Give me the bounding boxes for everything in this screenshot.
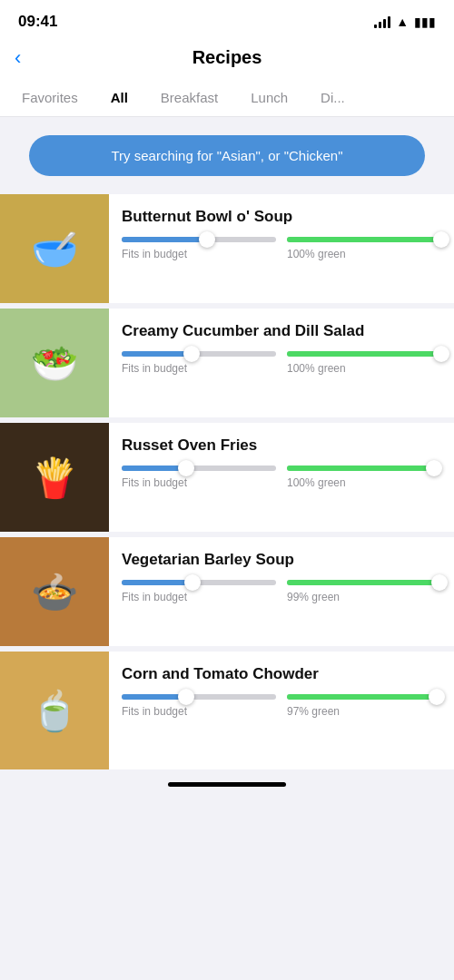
budget-slider bbox=[122, 351, 276, 357]
recipe-title: Vegetarian Barley Soup bbox=[122, 550, 441, 569]
budget-slider bbox=[122, 237, 276, 242]
separator bbox=[0, 419, 454, 421]
budget-slider-thumb[interactable] bbox=[184, 574, 201, 591]
recipe-labels: Fits in budget 100% green bbox=[122, 248, 441, 260]
recipe-sliders bbox=[122, 464, 441, 471]
recipe-card[interactable]: 🍵 Corn and Tomato Chowder Fits in budget bbox=[0, 652, 454, 769]
tab-favorites[interactable]: Favorites bbox=[7, 79, 93, 116]
signal-icon bbox=[374, 15, 390, 28]
green-slider bbox=[287, 580, 441, 585]
tab-bar: Favorites All Breakfast Lunch Di... bbox=[0, 79, 454, 117]
recipe-content: Vegetarian Barley Soup Fits in budget 99… bbox=[109, 537, 454, 646]
recipe-card[interactable]: 🍲 Vegetarian Barley Soup Fits in budget … bbox=[0, 537, 454, 646]
recipe-image: 🥗 bbox=[0, 309, 109, 417]
recipe-sliders bbox=[122, 349, 441, 357]
recipe-labels: Fits in budget 100% green bbox=[122, 476, 441, 489]
budget-slider-thumb[interactable] bbox=[178, 689, 194, 705]
status-bar: 09:41 ▲ ▮▮▮ bbox=[0, 0, 454, 40]
green-label: 100% green bbox=[287, 362, 441, 375]
budget-slider-fill bbox=[122, 237, 207, 242]
recipe-content: Creamy Cucumber and Dill Salad Fits in b… bbox=[109, 309, 454, 417]
green-label: 99% green bbox=[287, 591, 441, 603]
status-time: 09:41 bbox=[18, 13, 57, 31]
green-slider-thumb[interactable] bbox=[433, 346, 449, 362]
recipe-sliders bbox=[122, 578, 441, 585]
page-title: Recipes bbox=[192, 47, 262, 68]
wifi-icon: ▲ bbox=[396, 15, 409, 29]
recipe-card[interactable]: 🥣 Butternut Bowl o' Soup Fits in budget … bbox=[0, 194, 454, 303]
recipe-sliders bbox=[122, 692, 441, 700]
green-slider-fill bbox=[287, 351, 441, 357]
nav-bar: ‹ Recipes bbox=[0, 40, 454, 79]
recipe-labels: Fits in budget 99% green bbox=[122, 591, 441, 603]
recipe-sliders bbox=[122, 235, 441, 242]
recipe-image: 🍟 bbox=[0, 423, 109, 532]
recipe-title: Corn and Tomato Chowder bbox=[122, 664, 441, 683]
budget-slider-thumb[interactable] bbox=[183, 346, 200, 362]
tab-dinner[interactable]: Di... bbox=[306, 79, 360, 116]
green-label: 97% green bbox=[287, 705, 441, 718]
green-slider-fill bbox=[287, 466, 434, 471]
recipe-labels: Fits in budget 100% green bbox=[122, 362, 441, 375]
budget-slider-fill bbox=[122, 351, 192, 357]
budget-slider bbox=[122, 694, 276, 700]
search-banner-wrapper: Try searching for "Asian", or "Chicken" bbox=[0, 117, 454, 194]
recipe-image: 🥣 bbox=[0, 194, 109, 303]
green-slider bbox=[287, 351, 441, 357]
tab-row: Favorites All Breakfast Lunch Di... bbox=[0, 79, 454, 116]
tab-lunch[interactable]: Lunch bbox=[236, 79, 302, 116]
recipe-content: Corn and Tomato Chowder Fits in budget 9… bbox=[109, 652, 454, 769]
battery-icon: ▮▮▮ bbox=[414, 15, 436, 29]
recipe-labels: Fits in budget 97% green bbox=[122, 705, 441, 718]
budget-label: Fits in budget bbox=[122, 248, 276, 260]
budget-label: Fits in budget bbox=[122, 705, 276, 718]
budget-slider bbox=[122, 580, 276, 585]
search-banner[interactable]: Try searching for "Asian", or "Chicken" bbox=[29, 135, 425, 176]
budget-slider bbox=[122, 466, 276, 471]
green-slider bbox=[287, 466, 441, 471]
green-slider-fill bbox=[287, 237, 441, 242]
separator bbox=[0, 648, 454, 650]
separator bbox=[0, 305, 454, 307]
recipe-content: Butternut Bowl o' Soup Fits in budget 10… bbox=[109, 194, 454, 303]
separator bbox=[0, 534, 454, 535]
recipe-title: Butternut Bowl o' Soup bbox=[122, 207, 441, 226]
green-label: 100% green bbox=[287, 476, 441, 489]
recipe-card[interactable]: 🥗 Creamy Cucumber and Dill Salad Fits in… bbox=[0, 309, 454, 417]
green-slider-fill bbox=[287, 694, 437, 700]
recipe-image: 🍵 bbox=[0, 652, 109, 769]
recipe-title: Russet Oven Fries bbox=[122, 436, 441, 455]
tab-all[interactable]: All bbox=[96, 79, 143, 116]
green-slider bbox=[287, 237, 441, 242]
home-indicator bbox=[0, 773, 454, 794]
green-slider bbox=[287, 694, 441, 700]
recipe-content: Russet Oven Fries Fits in budget 100% gr… bbox=[109, 423, 454, 532]
budget-slider-fill bbox=[122, 466, 186, 471]
green-slider-thumb[interactable] bbox=[433, 231, 449, 248]
budget-label: Fits in budget bbox=[122, 476, 276, 489]
green-slider-thumb[interactable] bbox=[429, 689, 445, 705]
green-slider-thumb[interactable] bbox=[431, 574, 448, 591]
back-button[interactable]: ‹ bbox=[15, 48, 21, 68]
recipe-title: Creamy Cucumber and Dill Salad bbox=[122, 321, 441, 340]
recipe-card[interactable]: 🍟 Russet Oven Fries Fits in budget 100% … bbox=[0, 423, 454, 532]
recipe-list: 🥣 Butternut Bowl o' Soup Fits in budget … bbox=[0, 194, 454, 769]
budget-slider-fill bbox=[122, 694, 186, 700]
home-bar bbox=[168, 782, 286, 787]
budget-slider-fill bbox=[122, 580, 192, 585]
budget-slider-thumb[interactable] bbox=[199, 231, 215, 248]
search-banner-text: Try searching for "Asian", or "Chicken" bbox=[112, 148, 343, 163]
budget-label: Fits in budget bbox=[122, 362, 276, 375]
budget-slider-thumb[interactable] bbox=[178, 460, 194, 476]
recipe-image: 🍲 bbox=[0, 537, 109, 646]
status-icons: ▲ ▮▮▮ bbox=[374, 15, 436, 29]
budget-label: Fits in budget bbox=[122, 591, 276, 603]
green-slider-fill bbox=[287, 580, 439, 585]
tab-section: Favorites All Breakfast Lunch Di... bbox=[0, 79, 454, 117]
green-label: 100% green bbox=[287, 248, 441, 260]
tab-breakfast[interactable]: Breakfast bbox=[146, 79, 232, 116]
green-slider-thumb[interactable] bbox=[426, 460, 442, 476]
